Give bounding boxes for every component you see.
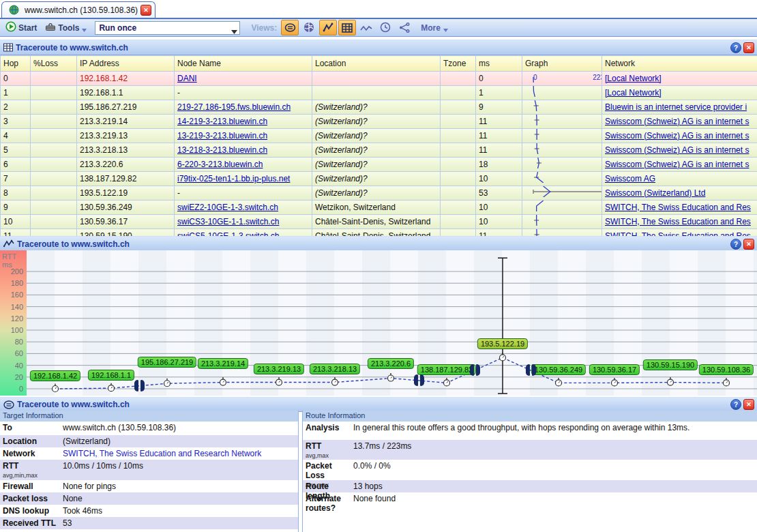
- node-chart-label[interactable]: 213.3.218.13: [310, 364, 360, 374]
- node-chart-label[interactable]: 130.59.36.17: [589, 364, 640, 375]
- hop-cell: 6: [1, 158, 31, 172]
- ip-cell: 213.3.219.13: [77, 129, 175, 143]
- node-cell[interactable]: DANI: [175, 72, 312, 86]
- node-chart-label[interactable]: 192.168.1.1: [88, 370, 134, 381]
- tab-close-icon[interactable]: ✕: [140, 5, 151, 16]
- trace-tab[interactable]: www.switch.ch (130.59.108.36) ✕: [1, 1, 155, 18]
- network-link[interactable]: [Local Network]: [605, 88, 662, 98]
- network-link[interactable]: SWITCH, The Swiss Education and Res: [605, 203, 751, 212]
- column-header-ip-address[interactable]: IP Address: [77, 56, 175, 72]
- network-cell[interactable]: Bluewin is an internet service provider …: [602, 100, 757, 115]
- node-cell[interactable]: 6-220-3-213.bluewin.ch: [175, 158, 312, 172]
- network-link[interactable]: Swisscom (Schweiz) AG is an internet s: [605, 145, 749, 155]
- column-header-node-name[interactable]: Node Name: [175, 56, 312, 72]
- network-link[interactable]: Swisscom (Schweiz) AG is an internet s: [605, 131, 749, 141]
- history-view-icon[interactable]: [376, 19, 394, 35]
- network-cell[interactable]: [Local Network]: [602, 86, 757, 100]
- graph-cell: [522, 115, 602, 129]
- network-link[interactable]: Swisscom (Schweiz) AG is an internet s: [605, 117, 749, 126]
- node-chart-label[interactable]: 138.187.129.82: [417, 364, 476, 375]
- info-value[interactable]: SWITCH, The Swiss Education and Research…: [60, 447, 264, 460]
- table-view-icon[interactable]: [338, 20, 356, 35]
- y-tick-label: 0: [3, 385, 23, 393]
- info-label: Analysis: [303, 422, 351, 440]
- views-label: Views:: [251, 23, 277, 33]
- map-view-icon[interactable]: [300, 19, 318, 35]
- help-icon[interactable]: ?: [730, 42, 741, 53]
- network-cell[interactable]: Swisscom (Schweiz) AG is an internet s: [602, 115, 757, 129]
- network-cell[interactable]: SWITCH, The Swiss Education and Res: [602, 201, 757, 215]
- hop-cell: 1: [1, 86, 31, 100]
- node-link[interactable]: 13-218-3-213.bluewin.ch: [177, 145, 267, 155]
- line-graph-view-icon[interactable]: [357, 20, 375, 36]
- node-chart-label[interactable]: 213.3.219.14: [198, 358, 248, 369]
- network-cell[interactable]: SWITCH, The Swiss Education and Res: [602, 215, 757, 229]
- node-chart-label[interactable]: 130.59.15.190: [643, 359, 698, 370]
- node-chart-label[interactable]: 130.59.108.36: [699, 364, 754, 375]
- network-link[interactable]: Bluewin is an internet service provider …: [605, 102, 747, 112]
- table-row-hop-6: 6213.3.220.66-220-3-213.bluewin.ch(Switz…: [1, 158, 757, 172]
- node-cell[interactable]: i79tix-025-ten1-1.bb.ip-plus.net: [175, 172, 312, 186]
- help-icon[interactable]: ?: [730, 239, 741, 250]
- network-link[interactable]: Swisscom (Schweiz) AG is an internet s: [605, 160, 749, 169]
- close-panel-icon[interactable]: ✕: [743, 399, 754, 410]
- node-chart-label[interactable]: 213.3.219.13: [254, 364, 304, 374]
- node-chart-label[interactable]: 193.5.122.19: [477, 338, 528, 349]
- node-link[interactable]: 13-219-3-213.bluewin.ch: [177, 131, 267, 141]
- ms-cell: 11: [476, 115, 522, 129]
- summary-view-icon[interactable]: [281, 20, 299, 35]
- network-link[interactable]: Swisscom AG: [605, 174, 655, 183]
- close-panel-icon[interactable]: ✕: [743, 239, 754, 250]
- network-link[interactable]: SWITCH, The Swiss Education and Res: [605, 217, 751, 226]
- column-header-hop[interactable]: Hop: [1, 56, 31, 72]
- network-cell[interactable]: Swisscom (Schweiz) AG is an internet s: [602, 129, 757, 143]
- column-header-ms[interactable]: ms: [476, 56, 522, 72]
- trace-summary-panel: Traceroute to www.switch.ch ? ✕ Target I…: [0, 397, 757, 532]
- topology-view-icon[interactable]: [396, 20, 413, 35]
- y-tick-label: 160: [3, 291, 23, 299]
- node-link[interactable]: 14-219-3-213.bluewin.ch: [177, 117, 267, 126]
- node-chart-label[interactable]: 213.3.220.6: [368, 358, 414, 369]
- node-link[interactable]: swiCS3-10GE-1-1.switch.ch: [177, 217, 279, 226]
- column-header-loss[interactable]: %Loss: [31, 56, 77, 72]
- graph-cell: [522, 143, 602, 158]
- info-row-alternate-routes: Alternate routes?None found: [303, 492, 757, 516]
- node-cell[interactable]: 219-27.186-195.fws.bluewin.ch: [175, 100, 312, 115]
- node-chart-label[interactable]: 195.186.27.219: [138, 357, 196, 368]
- node-cell[interactable]: 13-219-3-213.bluewin.ch: [175, 129, 312, 143]
- column-header-location[interactable]: Location: [312, 56, 441, 72]
- node-chart-label[interactable]: 130.59.36.249: [531, 364, 586, 375]
- node-link[interactable]: 6-220-3-213.bluewin.ch: [177, 160, 263, 169]
- node-link[interactable]: DANI: [177, 74, 197, 83]
- network-link[interactable]: Swisscom (Switzerland) Ltd: [605, 188, 705, 198]
- network-cell[interactable]: [Local Network]: [602, 72, 757, 86]
- ip-cell: 192.168.1.1: [77, 86, 175, 100]
- table-row-hop-7: 7138.187.129.82i79tix-025-ten1-1.bb.ip-p…: [1, 172, 757, 186]
- info-sublabel: avg,min,max: [3, 471, 60, 480]
- table-row-hop-1: 1192.168.1.1-1[Local Network]: [1, 86, 757, 100]
- more-button[interactable]: More: [421, 22, 448, 34]
- node-cell[interactable]: 13-218-3-213.bluewin.ch: [175, 143, 312, 158]
- node-link[interactable]: swiEZ2-10GE-1-3.switch.ch: [177, 203, 278, 212]
- node-cell[interactable]: swiEZ2-10GE-1-3.switch.ch: [175, 201, 312, 215]
- node-link[interactable]: i79tix-025-ten1-1.bb.ip-plus.net: [177, 174, 290, 183]
- tools-button[interactable]: Tools: [45, 22, 87, 34]
- close-panel-icon[interactable]: ✕: [743, 42, 754, 53]
- node-link[interactable]: 219-27.186-195.fws.bluewin.ch: [177, 102, 291, 112]
- node-chart-label[interactable]: 192.168.1.42: [30, 370, 80, 381]
- column-header-tzone[interactable]: Tzone: [441, 56, 476, 72]
- network-cell[interactable]: Swisscom (Switzerland) Ltd: [602, 186, 757, 201]
- tzone-cell: [441, 186, 476, 201]
- network-cell[interactable]: Swisscom AG: [602, 172, 757, 186]
- network-link[interactable]: [Local Network]: [605, 74, 662, 83]
- network-cell[interactable]: Swisscom (Schweiz) AG is an internet s: [602, 143, 757, 158]
- start-button[interactable]: Start: [5, 21, 37, 34]
- node-cell[interactable]: swiCS3-10GE-1-1.switch.ch: [175, 215, 312, 229]
- column-header-network[interactable]: Network: [602, 56, 757, 72]
- node-cell[interactable]: 14-219-3-213.bluewin.ch: [175, 115, 312, 129]
- column-header-graph[interactable]: Graph: [522, 56, 602, 72]
- run-mode-select[interactable]: Run once: [95, 21, 240, 35]
- chart-view-icon[interactable]: [319, 20, 337, 35]
- network-cell[interactable]: Swisscom (Schweiz) AG is an internet s: [602, 158, 757, 172]
- help-icon[interactable]: ?: [730, 399, 741, 410]
